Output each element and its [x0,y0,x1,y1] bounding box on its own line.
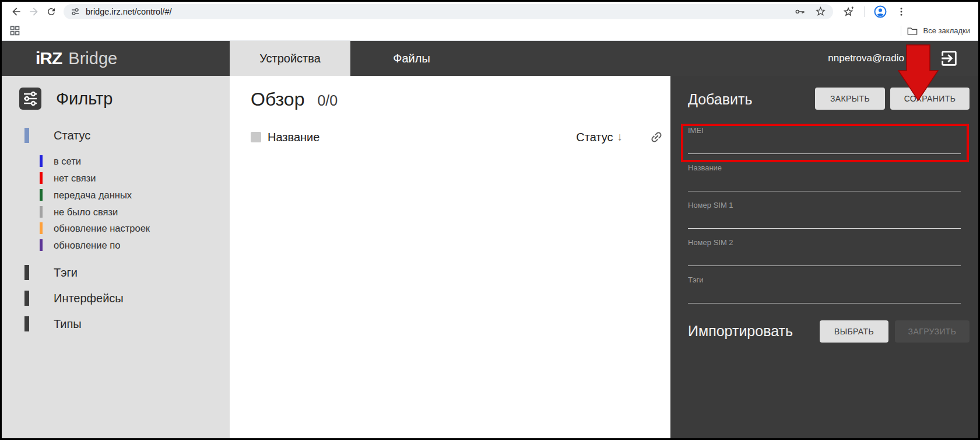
status-filter-data-transfer[interactable]: передача данных [40,189,132,201]
app-name: Bridge [68,49,117,68]
irz-logo-mark: iRZ [36,48,62,68]
save-button[interactable]: СОХРАНИТЬ [890,88,970,110]
sort-descending-icon: ↓ [617,131,623,144]
status-filter-online[interactable]: в сети [40,155,81,167]
apps-grid-icon[interactable] [10,26,20,36]
toolbar-separator [864,6,865,17]
browser-menu-icon[interactable] [896,6,907,17]
device-list-area: Обзор 0/0 Название Статус ↓ [230,76,670,438]
sim1-field: Номер SIM 1 [688,201,961,229]
browser-toolbar: bridge.irz.net/control/#/ [2,2,978,21]
imei-label: IMEI [688,126,961,135]
status-color-bar [40,239,43,251]
imei-input[interactable] [688,135,961,154]
tags-section-bar [24,265,29,280]
interfaces-section-bar [24,291,29,306]
status-color-bar [40,155,43,167]
name-field: Название [688,163,961,191]
filter-section-types[interactable]: Типы [24,316,82,331]
name-label: Название [688,163,961,173]
status-filter-no-connection[interactable]: нет связи [40,172,96,184]
filter-section-tags[interactable]: Тэги [24,265,78,280]
logout-icon[interactable] [939,48,959,68]
tags-input[interactable] [688,285,961,303]
tags-label: Тэги [688,275,961,285]
tab-files[interactable]: Файлы [350,41,473,76]
tags-field: Тэги [688,275,961,303]
extensions-sparkle-icon[interactable] [842,5,855,18]
types-section-bar [24,316,29,331]
column-header-status[interactable]: Статус ↓ [576,131,623,144]
filter-section-status[interactable]: Статус [24,128,90,143]
sim2-input[interactable] [688,247,961,266]
sim2-field: Номер SIM 2 [688,238,961,266]
filter-title: Фильтр [56,89,113,109]
page-title: Обзор [251,89,304,110]
sim1-label: Номер SIM 1 [688,201,961,210]
status-section-label: Статус [54,129,90,142]
profile-avatar-icon[interactable] [873,5,887,19]
screenshot-frame: bridge.irz.net/control/#/ [0,0,980,440]
reload-icon[interactable] [43,4,60,20]
select-file-button[interactable]: ВЫБРАТЬ [820,320,888,343]
status-section-bar [24,128,29,143]
filter-section-interfaces[interactable]: Интерфейсы [24,291,124,306]
status-filter-settings-update[interactable]: обновление настроек [40,222,150,234]
app-header: iRZ Bridge Устройства Файлы nnpetrova@ra… [2,41,978,76]
tab-devices[interactable]: Устройства [230,41,350,76]
name-input[interactable] [688,173,961,191]
status-filter-firmware-update[interactable]: обновление по [40,239,120,251]
imei-field: IMEI [688,126,961,154]
device-counter: 0/0 [317,92,338,109]
url-text[interactable]: bridge.irz.net/control/#/ [86,7,794,16]
back-icon[interactable] [8,4,25,20]
bookmarks-bar: Все закладки [2,21,978,41]
status-color-bar [40,172,43,184]
folder-icon [907,26,918,36]
bookmarks-separator [901,26,901,36]
bookmark-star-icon[interactable] [815,6,826,17]
select-all-checkbox[interactable] [251,132,261,142]
sim2-label: Номер SIM 2 [688,238,961,247]
password-key-icon[interactable] [794,6,806,18]
column-header-name: Название [268,131,319,144]
filter-title-row: Фильтр [19,88,113,110]
upload-button[interactable]: ЗАГРУЗИТЬ [895,320,970,343]
close-button[interactable]: ЗАКРЫТЬ [815,88,885,110]
site-info-icon[interactable] [71,7,80,16]
add-device-panel: Добавить ЗАКРЫТЬ СОХРАНИТЬ IMEI Название… [670,76,978,438]
url-bar[interactable]: bridge.irz.net/control/#/ [64,4,833,19]
link-icon[interactable] [649,130,663,144]
forward-icon[interactable] [25,4,43,20]
panel-title: Добавить [688,91,753,108]
filter-icon [19,88,41,110]
device-table-header: Название Статус ↓ [251,128,663,146]
sim1-input[interactable] [688,210,961,229]
status-color-bar [40,189,43,201]
app-logo: iRZ Bridge [2,41,230,76]
filter-sidebar: Фильтр Статус в сети нет связи передача … [2,76,230,438]
all-bookmarks-button[interactable]: Все закладки [923,26,970,35]
user-email: nnpetrova@radio [828,53,904,64]
status-color-bar [40,222,43,234]
status-filter-never-connected[interactable]: не было связи [40,206,118,218]
import-title: Импортировать [688,323,793,340]
status-color-bar [40,206,43,218]
